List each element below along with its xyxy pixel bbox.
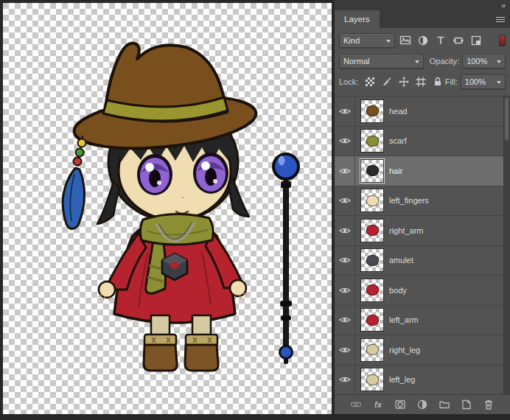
shape-filter-button[interactable] — [450, 34, 466, 47]
layer-name: body — [389, 286, 407, 295]
layer-name: hair — [389, 167, 402, 175]
new-layer-icon — [461, 399, 472, 410]
chevron-down-icon — [415, 60, 419, 66]
delete-layer-button[interactable] — [481, 397, 497, 412]
window-bottom-edge — [0, 414, 510, 420]
thumbnail-sprite — [366, 105, 379, 116]
pixel-filter-button[interactable] — [397, 34, 413, 47]
adjustment-icon — [416, 399, 428, 410]
layer-name: left_fingers — [389, 196, 429, 205]
lock-all-button[interactable] — [430, 75, 445, 88]
nose — [182, 197, 184, 199]
layer-list-scrollbar — [503, 96, 510, 395]
layer-row-right-arm[interactable]: right_arm — [335, 216, 504, 246]
artboard-icon — [415, 76, 427, 88]
blend-row: Normal Opacity: 100% — [339, 54, 506, 69]
layer-thumbnail[interactable] — [360, 129, 384, 153]
lock-pixels-button[interactable] — [380, 75, 394, 88]
smart-object-filter-button[interactable] — [468, 34, 483, 47]
lock-artboard-button[interactable] — [413, 75, 428, 88]
layer-row-amulet[interactable]: amulet — [335, 246, 504, 276]
layer-row-scarf[interactable]: scarf — [335, 127, 504, 157]
visibility-toggle[interactable] — [335, 276, 355, 305]
layer-row-head[interactable]: head — [335, 97, 504, 127]
thumbnail-sprite — [366, 284, 379, 295]
layer-row-right-leg[interactable]: right_leg — [335, 335, 504, 365]
blend-mode-value: Normal — [343, 57, 369, 66]
layer-name: amulet — [389, 256, 413, 265]
chevron-down-icon — [497, 60, 501, 66]
eye-icon — [339, 227, 351, 234]
canvas-area — [0, 0, 335, 420]
layers-footer: fx — [335, 394, 510, 414]
layer-row-body[interactable]: body — [335, 276, 504, 306]
tab-layers-label: Layers — [344, 15, 370, 24]
layer-row-left-fingers[interactable]: left_fingers — [335, 186, 504, 217]
opacity-dropdown[interactable]: 100% — [462, 54, 506, 69]
layer-thumbnail[interactable] — [360, 219, 384, 242]
eye-icon — [339, 108, 351, 115]
layer-row-hair[interactable]: hair — [335, 156, 504, 186]
link-layers-button[interactable] — [348, 397, 364, 412]
visibility-toggle[interactable] — [335, 127, 355, 156]
scrollbar-thumb[interactable] — [505, 97, 509, 140]
visibility-toggle[interactable] — [335, 306, 355, 335]
lock-position-button[interactable] — [397, 75, 411, 88]
type-filter-button[interactable] — [433, 34, 448, 47]
eye-icon — [339, 137, 351, 144]
filter-row: Kind — [339, 33, 506, 48]
kind-dropdown[interactable]: Kind — [339, 33, 395, 48]
layer-thumbnail[interactable] — [360, 279, 384, 302]
boots — [144, 335, 218, 371]
thumbnail-sprite — [366, 165, 379, 176]
fill-value: 100% — [465, 77, 486, 86]
new-group-button[interactable] — [436, 397, 453, 412]
layer-thumbnail[interactable] — [360, 159, 384, 183]
fill-dropdown[interactable]: 100% — [461, 74, 506, 89]
fx-icon: fx — [374, 400, 382, 409]
tab-layers[interactable]: Layers — [335, 10, 380, 28]
kind-dropdown-label: Kind — [343, 36, 360, 45]
type-filter-icon — [435, 35, 447, 46]
new-layer-button[interactable] — [458, 397, 475, 412]
lock-transparency-button[interactable] — [363, 75, 377, 88]
layer-thumbnail[interactable] — [360, 99, 384, 123]
lock-transparency-icon — [366, 77, 374, 86]
layer-row-left-arm[interactable]: left_arm — [335, 306, 504, 336]
layer-name: left_leg — [389, 375, 415, 384]
left-hand — [99, 281, 115, 298]
lock-icon — [432, 76, 444, 88]
chevron-down-icon — [386, 40, 391, 45]
visibility-toggle[interactable] — [335, 246, 355, 276]
visibility-toggle[interactable] — [335, 365, 355, 395]
thumbnail-sprite — [366, 255, 379, 266]
visibility-toggle[interactable] — [335, 97, 355, 126]
layer-row-left-leg[interactable]: left_leg — [335, 365, 504, 396]
layer-thumbnail[interactable] — [360, 189, 384, 212]
layers-controls: Kind — [335, 28, 510, 97]
layer-thumbnail[interactable] — [360, 368, 384, 391]
visibility-toggle[interactable] — [335, 216, 355, 245]
layer-thumbnail[interactable] — [360, 248, 384, 272]
layer-filtering-toggle[interactable] — [499, 35, 506, 46]
document-canvas[interactable] — [3, 3, 332, 414]
lock-label: Lock: — [339, 77, 358, 86]
collapse-panel-icon[interactable]: » — [501, 1, 505, 9]
visibility-toggle[interactable] — [335, 186, 355, 216]
layer-thumbnail[interactable] — [360, 338, 384, 362]
adjustment-layer-button[interactable] — [414, 397, 430, 412]
blend-mode-dropdown[interactable]: Normal — [339, 54, 424, 69]
thumbnail-sprite — [366, 315, 379, 326]
add-mask-button[interactable] — [392, 397, 408, 412]
panel-menu-icon — [496, 17, 505, 22]
visibility-toggle[interactable] — [335, 156, 355, 186]
adjustment-filter-icon — [417, 35, 429, 46]
layer-thumbnail[interactable] — [360, 308, 384, 332]
layer-effects-button[interactable]: fx — [370, 397, 386, 412]
visibility-toggle[interactable] — [335, 335, 355, 365]
panel-menu-button[interactable] — [491, 10, 510, 28]
trash-icon — [483, 399, 495, 410]
adjustment-filter-button[interactable] — [415, 34, 430, 47]
thumbnail-sprite — [366, 374, 379, 385]
folder-icon — [439, 399, 450, 410]
